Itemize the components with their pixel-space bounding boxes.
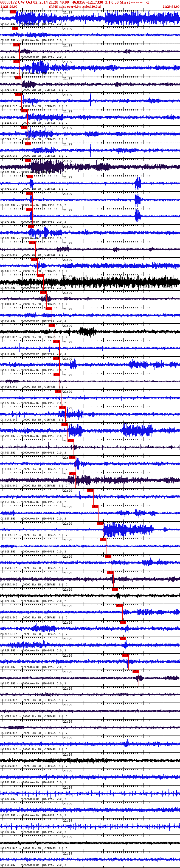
trace-row[interactable]: 21:29UW.BLOW.HHZ -- 99999.0km BW HIGHPAS… xyxy=(0,752,180,769)
trace-row[interactable]: 21:29CN.PGC.BHZ -- 99999.0km BW HIGHPASS… xyxy=(0,439,180,455)
trace-row[interactable]: 21:29UW.OSD.EHZ -- 99999.0km BW HIGHPASS… xyxy=(0,488,180,505)
trace-row[interactable]: 21:29UW.STAR.EHZ -- 99999.0km BW HIGHPAS… xyxy=(0,125,180,142)
pick-flag[interactable]: xT 4 xyxy=(13,43,20,46)
trace-row[interactable]: 21:29UW.ETW.EHZ -- 99999.0km BW HIGHPASS… xyxy=(0,340,180,356)
trace-row[interactable]: 21:29CC.STD.BHZ -- 99999.0km BW HIGHPASS… xyxy=(0,43,180,59)
pick-flag[interactable]: xT 4 xyxy=(15,76,21,80)
pick-flag[interactable]: xT 4 xyxy=(112,588,118,591)
pick-flag[interactable]: xT 4 xyxy=(21,110,28,113)
minute-timestamp: 21:29 xyxy=(63,687,72,690)
pick-flag[interactable]: xT 4 xyxy=(12,27,18,30)
trace-row[interactable]: 21:29UW.MOON.EHZ -- 99999.0km BW HIGHPAS… xyxy=(0,603,180,620)
pick-flag[interactable]: xT 4 xyxy=(31,258,38,261)
pick-flag[interactable]: xT 4 xyxy=(105,555,111,558)
pick-flag[interactable]: xT 4 xyxy=(25,159,31,162)
trace-row[interactable]: 21:29CC.CLMS.EHZ -- 99999.0km BW HIGHPAS… xyxy=(0,406,180,422)
pick-flag[interactable]: xT 4 xyxy=(97,522,103,525)
trace-row[interactable]: 21:29UO.IRO.EHZ -- 99999.0km BW HIGHPASS… xyxy=(0,208,180,224)
station-label: UW.DY2.EHZ -- 99999.0km BW HIGHPASS 2.0 … xyxy=(1,402,66,405)
pick-flag[interactable]: xT 4 xyxy=(28,225,34,228)
trace-row[interactable]: 21:29CC.SEP.EHZ -- 99999.0km BW HIGHPASS… xyxy=(0,505,180,521)
pick-flag[interactable]: xT 4 xyxy=(25,143,31,146)
pick-flag[interactable]: xT 4 xyxy=(40,291,47,294)
trace-row[interactable]: 21:29UW.GLK.EHZ -- 99999.0km BW HIGHPASS… xyxy=(0,356,180,373)
trace-row[interactable]: 21:29UW.DY2.EHZ -- 99999.0km BW HIGHPASS… xyxy=(0,389,180,406)
pick-flag[interactable]: xT 4 xyxy=(13,60,20,63)
pick-flag[interactable]: xT 4 xyxy=(133,670,139,673)
trace-row[interactable]: 21:29TA.J04D.BHZ -- 99999.0km BW HIGHPAS… xyxy=(0,241,180,257)
trace-row[interactable]: 21:29UO.HUO.EHZ -- 99999.0km BW HIGHPASS… xyxy=(0,191,180,208)
trace-row[interactable]: 21:29UW.RCS.EHZ -- 99999.0km BW HIGHPASS… xyxy=(0,59,180,76)
trace-row[interactable]: 21:29UW.BRO.EHZ -- 99999.0km BW HIGHPASS… xyxy=(0,785,180,802)
pick-flag[interactable]: xT 4 xyxy=(53,340,60,343)
pick-flag[interactable]: xT 4 xyxy=(87,489,93,492)
pick-flag[interactable]: xT 4 xyxy=(27,175,33,178)
trace-row[interactable]: 21:29CC.KWBU.EHZ -- 99999.0km BW HIGHPAS… xyxy=(0,554,180,570)
trace-row[interactable]: 21:29CC.VALT.BHZ -- 99999.0km BW HIGHPAS… xyxy=(0,76,180,92)
pick-flag[interactable]: xT 4 xyxy=(122,654,129,657)
pick-flag[interactable]: xT 4 xyxy=(107,571,113,574)
pick-flag[interactable]: xT 4 xyxy=(26,192,33,195)
station-label: UW.VIP.EHZ -- 99999.0km BW HIGHPASS 2.0 … xyxy=(1,864,66,866)
pick-flag[interactable]: xT 4 xyxy=(120,637,126,640)
trace-row[interactable]: 21:29PB.B941.EHZ -- 99999.0km BW HIGHPAS… xyxy=(0,257,180,274)
pick-flag[interactable]: xT 4 xyxy=(53,373,60,376)
pick-flag[interactable]: xT 4 xyxy=(45,307,52,310)
pick-flag[interactable]: xT 4 xyxy=(37,274,44,277)
trace-row[interactable]: 21:29UW.YACT.HHZ -- 99999.0km BW HIGHPAS… xyxy=(0,323,180,340)
trace-row[interactable]: 21:29UW.RER.EHZ -- 99999.0km BW HIGHPASS… xyxy=(0,637,180,653)
station-label: UW.HBO.EHZ -- 99999.0km BW HIGHPASS 2.0 … xyxy=(1,831,66,833)
trace-row[interactable]: 21:29UW.JORV.EHZ -- 99999.0km BW HIGHPAS… xyxy=(0,142,180,158)
trace-row[interactable]: 21:29UO.FRIS.EHZ -- 99999.0km BW HIGHPAS… xyxy=(0,175,180,191)
pick-flag[interactable]: xT 4 xyxy=(21,126,27,129)
pick-flag[interactable]: xT 4 xyxy=(53,357,60,360)
trace-row[interactable]: 21:29UW.WISH.BHZ -- 99999.0km BW HIGHPAS… xyxy=(0,373,180,389)
trace-row[interactable]: 21:29UW.WPO.EHZ -- 99999.0km BW HIGHPASS… xyxy=(0,422,180,439)
trace-row[interactable]: 21:29UW.HBO.EHZ -- 99999.0km BW HIGHPASS… xyxy=(0,818,180,834)
pick-flag[interactable]: xT 4 xyxy=(120,621,126,624)
trace-row[interactable]: 21:29UW.LON.BHZ -- 99999.0km BW HIGHPASS… xyxy=(0,158,180,175)
pick-flag[interactable]: xT 4 xyxy=(59,406,66,409)
trace-row[interactable]: 21:29UW.RRHS.EHZ -- 99999.0km BW HIGHPAS… xyxy=(0,92,180,109)
trace-row[interactable]: 21:29TA.I05D.BHZ -- 99999.0km BW HIGHPAS… xyxy=(0,719,180,736)
pick-flag[interactable]: xT 4 xyxy=(15,93,22,96)
pick-flag[interactable]: xT 4 xyxy=(68,439,74,442)
trace-row[interactable]: 21:29UW.LO2.EHZ -- 99999.0km BW HIGHPASS… xyxy=(0,224,180,241)
trace-row[interactable]: 21:29UW.WIW.EHZ -- 99999.0km BW HIGHPASS… xyxy=(0,307,180,323)
pick-flag[interactable]: xT 4 xyxy=(62,423,68,426)
minute-timestamp: 21:29 xyxy=(63,176,72,179)
trace-row[interactable]: 21:29CC.HIYU.EHZ -- 99999.0km BW HIGHPAS… xyxy=(0,455,180,472)
trace-row[interactable]: 21:29PB.B003.EHZ -- 99999.0km BW HIGHPAS… xyxy=(0,109,180,125)
trace-row[interactable]: 21:29NC.KMR.HHZ -- 99999.0km BW HIGHPASS… xyxy=(0,274,180,290)
trace-row[interactable]: 21:29TA.D03D.BHZ -- 99999.0km BW HIGHPAS… xyxy=(0,472,180,488)
trace-row[interactable]: 21:29CC.TCBU.BHZ -- 99999.0km BW HIGHPAS… xyxy=(0,686,180,703)
pick-flag[interactable]: xT 4 xyxy=(69,456,75,459)
trace-row[interactable]: 21:29UW.SOS.EHZ -- 99999.0km BW HIGHPASS… xyxy=(0,538,180,554)
pick-flag[interactable]: xT 4 xyxy=(92,505,98,508)
pick-flag[interactable]: xT 4 xyxy=(55,390,61,393)
pick-flag[interactable]: xT 4 xyxy=(10,10,16,13)
trace-row[interactable]: 21:29CC.WIFE.BHZ -- 99999.0km BW HIGHPAS… xyxy=(0,703,180,719)
trace-row[interactable]: 21:29UW.RCM.EHZ -- 99999.0km BW HIGHPASS… xyxy=(0,10,180,26)
trace-row[interactable]: 21:29NC.LMC.HHZ -- 99999.0km BW HIGHPASS… xyxy=(0,587,180,603)
trace-row[interactable]: 21:29CC.PRLK.BHZ -- 99999.0km BW HIGHPAS… xyxy=(0,290,180,307)
trace-row[interactable]: 21:29UW.VIP.EHZ -- 99999.0km BW HIGHPASS… xyxy=(0,851,180,867)
pick-flag[interactable]: xT 4 xyxy=(48,324,55,327)
pick-flag[interactable]: xT 4 xyxy=(29,241,35,244)
trace-row[interactable]: 21:29UW.SP2.BHZ -- 99999.0km BW HIGHPASS… xyxy=(0,670,180,686)
minute-timestamp: 21:29 xyxy=(63,11,72,14)
trace-row[interactable]: 21:29UW.FHE.EHZ -- 99999.0km BW HIGHPASS… xyxy=(0,653,180,670)
trace-row[interactable]: 21:29CN.GDR.EHZ -- 99999.0km BW HIGHPASS… xyxy=(0,26,180,43)
trace-row[interactable]: 21:29UW.FORK.BHZ -- 99999.0km BW HIGHPAS… xyxy=(0,570,180,587)
station-label: CN.PGC.BHZ -- 99999.0km BW HIGHPASS 2.0 … xyxy=(1,451,66,454)
pick-flag[interactable]: xT 4 xyxy=(26,208,33,211)
trace-row[interactable]: 21:29CC.CLCV.EHZ -- 99999.0km BW HIGHPAS… xyxy=(0,521,180,538)
pick-flag[interactable]: xT 4 xyxy=(69,472,76,475)
pick-flag[interactable]: xT 4 xyxy=(116,604,123,607)
trace-row[interactable]: 21:29UW.LCCR.HHZ -- 99999.0km BW HIGHPAS… xyxy=(0,834,180,851)
trace-row[interactable]: 21:29MB.MCMT.EHZ -- 99999.0km BW HIGHPAS… xyxy=(0,620,180,637)
trace-row[interactable]: 21:29UW.BEND.EHZ -- 99999.0km BW HIGHPAS… xyxy=(0,736,180,752)
trace-row[interactable]: 21:29UW.BPO.EHZ -- 99999.0km BW HIGHPASS… xyxy=(0,769,180,785)
trace-row[interactable]: 21:29UW.GMO.EHZ -- 99999.0km BW HIGHPASS… xyxy=(0,802,180,818)
pick-flag[interactable]: xT 4 xyxy=(100,538,106,541)
